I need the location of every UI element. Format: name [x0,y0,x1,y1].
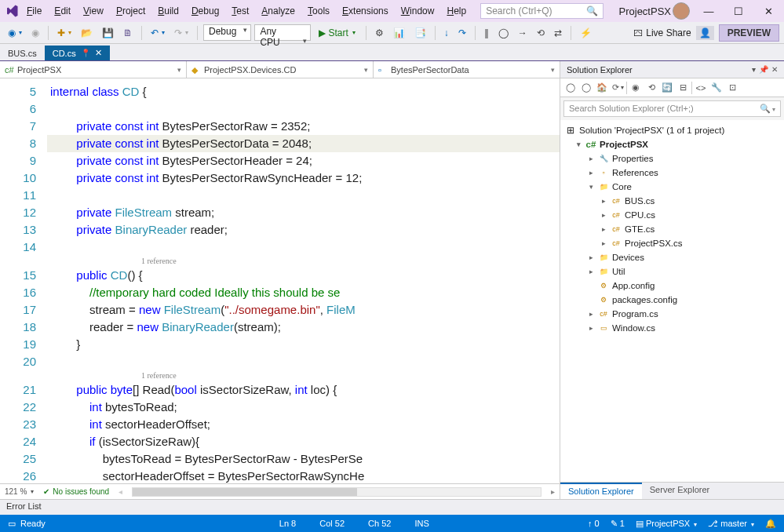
project-node[interactable]: ▾c#ProjectPSX [560,137,784,151]
new-project-button[interactable]: ✚▾ [54,26,75,40]
menu-test[interactable]: Test [225,2,255,20]
editor-footer: 121 %▾ ✔No issues found ◂ ▸ [0,483,560,499]
nav-back-button[interactable]: ◉▾ [5,26,25,40]
maximize-button[interactable]: ☐ [727,2,749,20]
tree-node[interactable]: ▸▭Window.cs [560,321,784,335]
undo-button[interactable]: ↶▾ [148,26,168,40]
platform-dropdown[interactable]: Any CPU [254,24,311,41]
config-dropdown[interactable]: Debug [203,24,251,41]
quick-search-input[interactable]: Search (Ctrl+Q) 🔍 [480,3,603,19]
tree-node[interactable]: ▸▫References [560,166,784,180]
issues-indicator[interactable]: ✔No issues found [43,487,109,496]
collapse-icon[interactable]: ⊟ [676,81,690,95]
toolbar-icon[interactable]: 📑 [411,26,429,40]
save-all-button[interactable]: 🗎 [120,26,136,40]
toolbar-icon[interactable]: ◯ [495,26,512,40]
menu-help[interactable]: Help [440,2,472,20]
close-tab-icon[interactable]: ✕ [95,48,102,58]
nav-forward-button[interactable]: ◉ [28,26,42,40]
pin-icon[interactable]: 📍 [81,49,90,57]
feedback-button[interactable]: 👤 [696,26,714,40]
close-button[interactable]: ✕ [757,2,779,20]
preview-button[interactable]: PREVIEW [719,24,779,42]
toolbar-icon[interactable]: → [515,26,531,40]
status-repo[interactable]: ▤ ProjectPSX ▾ [636,519,697,529]
back-icon[interactable]: ◯ [563,81,578,95]
menu-debug[interactable]: Debug [185,2,225,20]
reference-count[interactable]: 1 reference [47,370,560,381]
nav-bar: c#ProjectPSX ◆ProjectPSX.Devices.CD ▫Byt… [0,61,560,78]
tree-node[interactable]: ▸c#GTE.cs [560,222,784,236]
tree-node[interactable]: ▸c#CPU.cs [560,208,784,222]
tree-node[interactable]: ▸📁Devices [560,250,784,264]
sync-icon[interactable]: ◉ [629,81,643,95]
nav-member-dropdown[interactable]: ▫BytesPerSectorData [374,61,560,78]
tree-node[interactable]: ▾📁Core [560,180,784,194]
toggle-icon[interactable]: ⟳▾ [611,81,625,95]
tree-node[interactable]: ⚙packages.config [560,293,784,307]
zoom-level[interactable]: 121 %▾ [5,487,34,496]
pending-changes[interactable]: ✎ 1 [611,519,625,529]
share-icon: ⮹ [633,27,643,38]
dropdown-icon[interactable]: ▾ [752,65,756,74]
step-into-icon[interactable]: ↓ [441,26,452,40]
code-text[interactable]: internal class CD { private const int By… [47,78,560,483]
tree-node[interactable]: ▸📁Util [560,264,784,279]
toolbar-icon[interactable]: ‖ [481,26,492,40]
error-list-tab[interactable]: Error List [0,499,784,515]
menu-project[interactable]: Project [110,2,151,20]
csharp-icon: c# [5,65,14,75]
step-over-icon[interactable]: ↷ [455,26,469,40]
solution-tree[interactable]: ⊞Solution 'ProjectPSX' (1 of 1 project)▾… [560,120,784,482]
menu-build[interactable]: Build [151,2,185,20]
menu-tools[interactable]: Tools [301,2,336,20]
tree-node[interactable]: ▸c#BUS.cs [560,194,784,208]
horizontal-scrollbar[interactable] [132,487,542,497]
scope-icon[interactable]: ⟲ [644,81,658,95]
pin-icon[interactable]: 📌 [759,65,768,74]
nav-project-dropdown[interactable]: c#ProjectPSX [0,61,187,78]
notifications-icon[interactable]: 🔔 [765,519,776,529]
home-icon[interactable]: 🏠 [595,81,609,95]
nav-scope-dropdown[interactable]: ◆ProjectPSX.Devices.CD [187,61,374,78]
tree-node[interactable]: ▸c#ProjectPSX.cs [560,236,784,250]
menu-view[interactable]: View [77,2,110,20]
menu-analyze[interactable]: Analyze [255,2,301,20]
menu-edit[interactable]: Edit [48,2,77,20]
menu-extensions[interactable]: Extensions [336,2,395,20]
toolbar-icon[interactable]: ⚡ [577,26,595,40]
publish-up[interactable]: ↑ 0 [588,519,600,528]
code-icon[interactable]: <> [694,81,708,95]
toolbar-icon[interactable]: ⚙ [372,26,387,40]
reference-count[interactable]: 1 reference [47,256,560,267]
panel-tabs: Solution ExplorerServer Explorer [560,482,784,499]
minimize-button[interactable]: — [698,2,720,20]
doc-tab[interactable]: BUS.cs [0,46,45,60]
fwd-icon[interactable]: ◯ [579,81,593,95]
panel-tab[interactable]: Solution Explorer [560,483,642,499]
properties-icon[interactable]: 🔧 [709,81,724,95]
toolbar-icon[interactable]: 📊 [390,26,408,40]
toolbar-icon[interactable]: ⇄ [551,26,565,40]
doc-tab[interactable]: CD.cs📍✕ [45,46,110,60]
start-debug-button[interactable]: ▶Start▾ [314,26,359,40]
open-button[interactable]: 📂 [78,26,96,40]
refresh-icon[interactable]: 🔄 [660,81,674,95]
status-branch[interactable]: ⎇ master ▾ [708,519,754,529]
redo-button[interactable]: ↷▾ [171,26,191,40]
project-title: ProjectPSX [619,5,671,17]
tree-node[interactable]: ▸🔧Properties [560,151,784,166]
toolbar-icon[interactable]: ⟲ [534,26,548,40]
solution-root[interactable]: ⊞Solution 'ProjectPSX' (1 of 1 project) [560,123,784,137]
preview-icon[interactable]: ⊡ [725,81,739,95]
solution-search-input[interactable]: Search Solution Explorer (Ctrl+;) 🔍▾ [563,100,781,117]
menu-file[interactable]: File [20,2,48,20]
close-icon[interactable]: ✕ [771,65,778,74]
tree-node[interactable]: ▸c#Program.cs [560,307,784,321]
save-button[interactable]: 💾 [99,26,117,40]
user-avatar[interactable] [673,2,690,20]
panel-tab[interactable]: Server Explorer [642,483,717,499]
tree-node[interactable]: ⚙App.config [560,279,784,293]
live-share-button[interactable]: ⮹Live Share [633,27,691,38]
menu-window[interactable]: Window [395,2,441,20]
